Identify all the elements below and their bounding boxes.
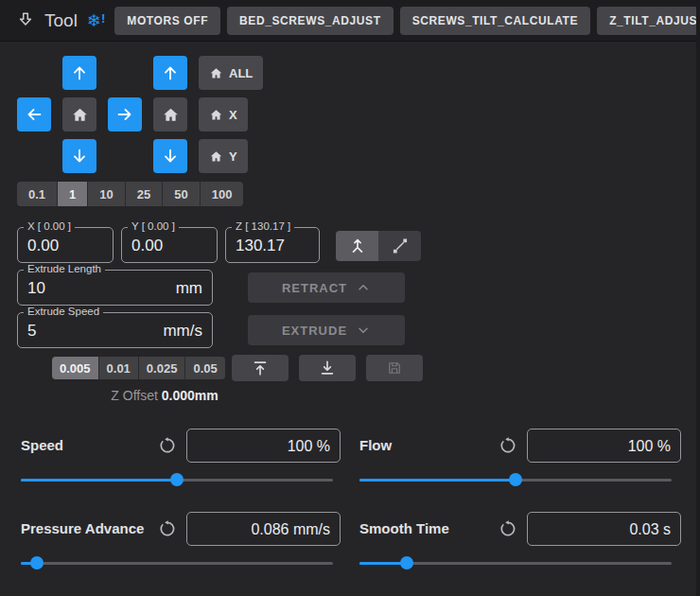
- retract-label: RETRACT: [282, 281, 347, 295]
- extrude-button[interactable]: EXTRUDE: [248, 315, 405, 345]
- zoffset-down-button[interactable]: [299, 355, 356, 381]
- home-xy-button[interactable]: [62, 97, 96, 131]
- position-x-label: X [ 0.00 ]: [24, 220, 75, 232]
- axis-arrow-icon: [348, 237, 367, 255]
- extrude-speed-unit: mm/s: [163, 320, 212, 341]
- speed-slider[interactable]: [21, 473, 333, 486]
- restore-icon: [499, 436, 517, 455]
- zoffset-label: Z Offset: [111, 388, 158, 403]
- home-icon: [162, 106, 180, 124]
- save-icon: [386, 359, 403, 377]
- arrow-down-icon: [69, 146, 90, 167]
- flow-factor-label: Flow: [359, 437, 392, 453]
- position-y-field[interactable]: Y [ 0.00 ]: [121, 227, 218, 263]
- slider-thumb[interactable]: [509, 473, 522, 486]
- home-icon: [209, 66, 223, 80]
- position-z-field[interactable]: Z [ 130.17 ]: [225, 227, 320, 263]
- bed-screws-adjust-button[interactable]: BED_SCREWS_ADJUST: [227, 7, 394, 35]
- zoffset-step-0.05[interactable]: 0.05: [185, 357, 224, 379]
- speed-reset-button[interactable]: [156, 434, 179, 457]
- zoffset-step-0.025[interactable]: 0.025: [139, 357, 186, 379]
- restore-icon: [158, 519, 177, 538]
- arrow-right-icon: [114, 104, 135, 125]
- jog-pad: ALL X Y: [17, 56, 263, 173]
- speed-value-input[interactable]: [187, 429, 340, 462]
- arrow-up-icon: [69, 62, 90, 83]
- zoffset-readout: Z Offset 0.000mm: [17, 388, 312, 403]
- smooth-time-reset-button[interactable]: [497, 517, 519, 540]
- home-icon: [209, 108, 223, 122]
- screws-tilt-calculate-button[interactable]: SCREWS_TILT_CALCULATE: [400, 7, 591, 35]
- pressure-advance-reset-button[interactable]: [156, 517, 179, 540]
- restore-icon: [499, 519, 517, 538]
- move-step-50[interactable]: 50: [163, 182, 200, 206]
- move-step-10[interactable]: 10: [88, 182, 125, 206]
- move-y-minus-button[interactable]: [62, 139, 96, 173]
- extrude-speed-input[interactable]: [18, 313, 163, 347]
- position-x-field[interactable]: X [ 0.00 ]: [17, 227, 114, 263]
- move-y-plus-button[interactable]: [62, 56, 96, 90]
- position-y-label: Y [ 0.00 ]: [128, 220, 179, 232]
- home-all-label: ALL: [229, 66, 253, 80]
- pressure-advance-slider[interactable]: [21, 556, 333, 570]
- flow-value-field[interactable]: [527, 429, 681, 463]
- zoffset-value: 0.000mm: [162, 388, 219, 403]
- smooth-time-value-input[interactable]: [528, 513, 680, 545]
- z-tilt-adjust-button[interactable]: Z_TILT_ADJUST: [597, 7, 700, 35]
- slider-fill: [21, 479, 177, 482]
- extrude-length-unit: mm: [176, 277, 212, 298]
- home-z-button[interactable]: [153, 97, 187, 131]
- move-step-0.1[interactable]: 0.1: [17, 182, 58, 206]
- move-step-25[interactable]: 25: [126, 182, 163, 206]
- speed-value-field[interactable]: [186, 429, 341, 463]
- smooth-time-slider[interactable]: [359, 556, 672, 570]
- position-y-input[interactable]: [122, 228, 217, 262]
- motors-off-button[interactable]: MOTORS OFF: [114, 7, 220, 35]
- slider-thumb[interactable]: [170, 473, 184, 486]
- pressure-advance-value-input[interactable]: [187, 513, 340, 545]
- home-all-button[interactable]: ALL: [199, 56, 263, 90]
- panel-right-edge: [696, 0, 700, 596]
- arrow-up-icon: [160, 62, 181, 83]
- flow-reset-button[interactable]: [497, 434, 519, 457]
- zoffset-step-0.005[interactable]: 0.005: [52, 357, 99, 379]
- move-x-minus-button[interactable]: [17, 97, 51, 131]
- save-zoffset-button[interactable]: [366, 355, 423, 381]
- home-y-button[interactable]: Y: [199, 139, 248, 173]
- slider-fill: [359, 479, 516, 482]
- slider-rail: [21, 562, 333, 565]
- home-icon: [209, 149, 223, 164]
- position-mode-toggle: [336, 231, 421, 261]
- move-z-up-button[interactable]: [153, 56, 187, 90]
- arrow-down-to-bar-icon: [318, 359, 337, 377]
- flow-slider[interactable]: [359, 473, 672, 486]
- header-macro-buttons: MOTORS OFF BED_SCREWS_ADJUST SCREWS_TILT…: [114, 7, 700, 35]
- slider-thumb[interactable]: [30, 556, 44, 570]
- move-step-group: 0.1 1 10 25 50 100: [17, 182, 243, 206]
- absolute-move-toggle[interactable]: [336, 231, 378, 261]
- position-x-input[interactable]: [18, 228, 113, 262]
- home-x-label: X: [229, 108, 237, 122]
- relative-move-toggle[interactable]: [378, 231, 421, 261]
- pressure-advance-value-field[interactable]: [186, 512, 341, 546]
- extrude-length-input[interactable]: [18, 271, 176, 305]
- move-step-100[interactable]: 100: [201, 182, 244, 206]
- retract-button[interactable]: RETRACT: [248, 272, 405, 303]
- smooth-time-value-field[interactable]: [527, 512, 681, 546]
- home-x-button[interactable]: X: [199, 97, 248, 131]
- move-step-1[interactable]: 1: [58, 182, 88, 206]
- extrude-speed-field[interactable]: Extrude Speed mm/s: [17, 312, 213, 348]
- position-z-input[interactable]: [226, 228, 319, 262]
- move-x-plus-button[interactable]: [108, 97, 142, 131]
- home-icon: [71, 106, 89, 124]
- extrude-speed-label: Extrude Speed: [24, 306, 103, 317]
- panel-title: Tool: [44, 10, 78, 31]
- home-y-label: Y: [229, 149, 237, 164]
- extrude-length-field[interactable]: Extrude Length mm: [17, 270, 213, 306]
- slider-thumb[interactable]: [400, 556, 413, 570]
- flow-value-input[interactable]: [528, 429, 680, 462]
- zoffset-up-button[interactable]: [232, 355, 289, 381]
- zoffset-step-0.01[interactable]: 0.01: [99, 357, 139, 379]
- move-z-down-button[interactable]: [153, 139, 187, 173]
- panel-header: Tool ❄! MOTORS OFF BED_SCREWS_ADJUST SCR…: [0, 0, 700, 42]
